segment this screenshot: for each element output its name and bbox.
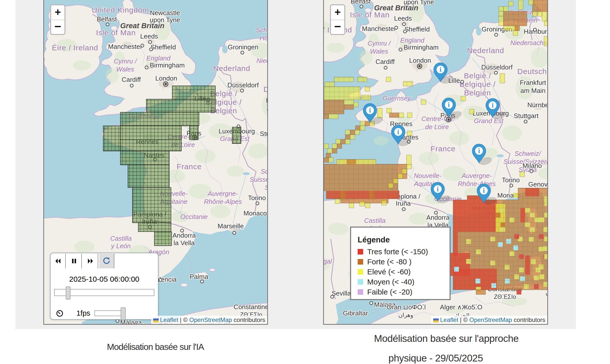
svg-text:i: i [483,187,485,194]
svg-text:i: i [369,106,371,114]
svg-text:i: i [397,128,399,136]
svg-text:i: i [478,147,480,155]
svg-text:i: i [437,185,439,193]
svg-text:i: i [439,65,442,73]
svg-text:i: i [448,101,450,108]
svg-text:i: i [492,101,494,109]
